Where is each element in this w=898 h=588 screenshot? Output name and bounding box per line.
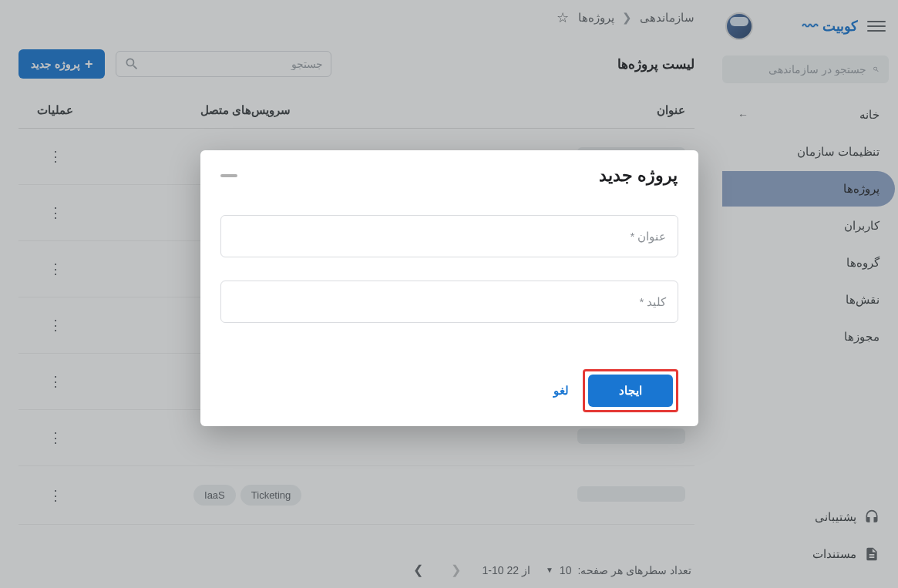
- minimize-icon[interactable]: [220, 174, 237, 177]
- project-title-field[interactable]: [220, 215, 678, 257]
- create-button[interactable]: ایجاد: [588, 375, 673, 407]
- project-key-field[interactable]: [220, 281, 678, 323]
- modal-overlay[interactable]: پروژه جدید ایجاد لغو: [0, 0, 898, 588]
- new-project-modal: پروژه جدید ایجاد لغو: [200, 150, 698, 426]
- cancel-button[interactable]: لغو: [553, 384, 569, 398]
- create-button-highlight: ایجاد: [583, 369, 678, 412]
- modal-title: پروژه جدید: [599, 166, 678, 186]
